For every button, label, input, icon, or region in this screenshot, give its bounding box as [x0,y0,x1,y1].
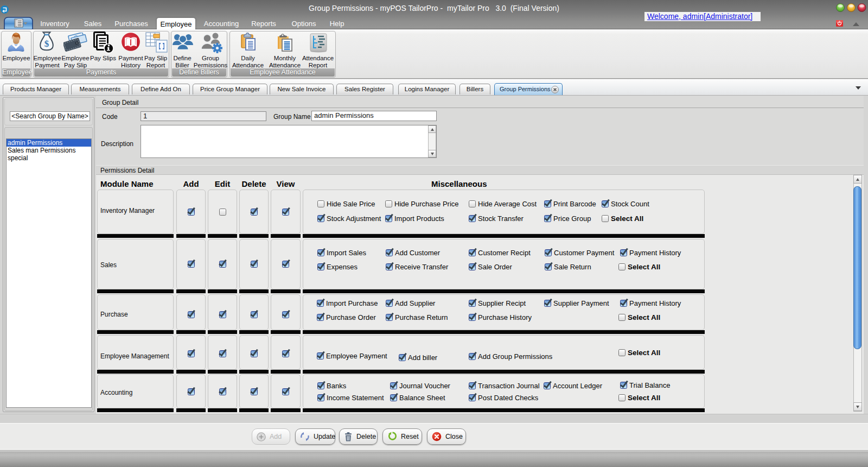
svg-text:$: $ [44,39,49,49]
